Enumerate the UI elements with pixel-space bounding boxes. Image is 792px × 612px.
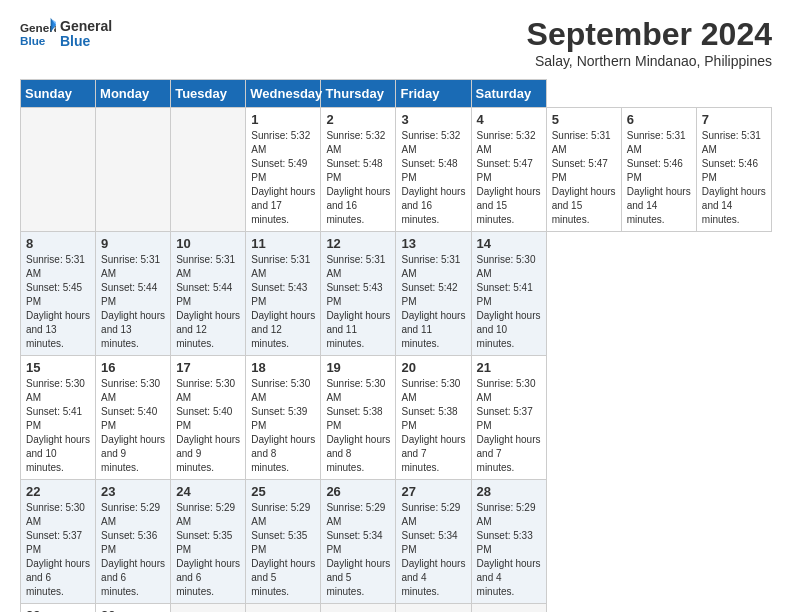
title-area: September 2024 Salay, Northern Mindanao,… (527, 16, 772, 69)
calendar-table: SundayMondayTuesdayWednesdayThursdayFrid… (20, 79, 772, 612)
day-info: Sunrise: 5:30 AMSunset: 5:38 PMDaylight … (326, 377, 390, 475)
day-number: 20 (401, 360, 465, 375)
day-cell-3: 3Sunrise: 5:32 AMSunset: 5:48 PMDaylight… (396, 108, 471, 232)
day-cell-29: 29Sunrise: 5:29 AMSunset: 5:32 PMDayligh… (21, 604, 96, 613)
day-info: Sunrise: 5:31 AMSunset: 5:43 PMDaylight … (326, 253, 390, 351)
day-number: 21 (477, 360, 541, 375)
day-number: 3 (401, 112, 465, 127)
empty-cell (171, 604, 246, 613)
day-number: 4 (477, 112, 541, 127)
day-info: Sunrise: 5:29 AMSunset: 5:34 PMDaylight … (326, 501, 390, 599)
day-cell-24: 24Sunrise: 5:29 AMSunset: 5:35 PMDayligh… (171, 480, 246, 604)
day-cell-9: 9Sunrise: 5:31 AMSunset: 5:44 PMDaylight… (96, 232, 171, 356)
day-number: 24 (176, 484, 240, 499)
day-info: Sunrise: 5:30 AMSunset: 5:38 PMDaylight … (401, 377, 465, 475)
day-info: Sunrise: 5:30 AMSunset: 5:37 PMDaylight … (26, 501, 90, 599)
day-cell-12: 12Sunrise: 5:31 AMSunset: 5:43 PMDayligh… (321, 232, 396, 356)
day-number: 27 (401, 484, 465, 499)
svg-text:Blue: Blue (20, 34, 46, 47)
day-number: 23 (101, 484, 165, 499)
day-number: 5 (552, 112, 616, 127)
logo-icon: General Blue (20, 16, 56, 52)
day-cell-8: 8Sunrise: 5:31 AMSunset: 5:45 PMDaylight… (21, 232, 96, 356)
day-number: 26 (326, 484, 390, 499)
empty-cell (321, 604, 396, 613)
empty-cell (471, 604, 546, 613)
logo-general: General (60, 19, 112, 34)
day-number: 15 (26, 360, 90, 375)
day-number: 12 (326, 236, 390, 251)
day-number: 6 (627, 112, 691, 127)
week-row-3: 15Sunrise: 5:30 AMSunset: 5:41 PMDayligh… (21, 356, 772, 480)
logo: General Blue General Blue (20, 16, 112, 52)
day-number: 16 (101, 360, 165, 375)
day-number: 7 (702, 112, 766, 127)
day-cell-23: 23Sunrise: 5:29 AMSunset: 5:36 PMDayligh… (96, 480, 171, 604)
day-info: Sunrise: 5:31 AMSunset: 5:44 PMDaylight … (176, 253, 240, 351)
day-number: 13 (401, 236, 465, 251)
day-number: 8 (26, 236, 90, 251)
day-cell-1: 1Sunrise: 5:32 AMSunset: 5:49 PMDaylight… (246, 108, 321, 232)
day-cell-5: 5Sunrise: 5:31 AMSunset: 5:47 PMDaylight… (546, 108, 621, 232)
day-cell-27: 27Sunrise: 5:29 AMSunset: 5:34 PMDayligh… (396, 480, 471, 604)
day-info: Sunrise: 5:29 AMSunset: 5:33 PMDaylight … (477, 501, 541, 599)
day-number: 28 (477, 484, 541, 499)
day-info: Sunrise: 5:29 AMSunset: 5:35 PMDaylight … (251, 501, 315, 599)
day-number: 9 (101, 236, 165, 251)
weekday-header-thursday: Thursday (321, 80, 396, 108)
day-number: 29 (26, 608, 90, 612)
day-info: Sunrise: 5:30 AMSunset: 5:40 PMDaylight … (101, 377, 165, 475)
day-info: Sunrise: 5:32 AMSunset: 5:48 PMDaylight … (401, 129, 465, 227)
day-cell-18: 18Sunrise: 5:30 AMSunset: 5:39 PMDayligh… (246, 356, 321, 480)
day-number: 1 (251, 112, 315, 127)
day-cell-28: 28Sunrise: 5:29 AMSunset: 5:33 PMDayligh… (471, 480, 546, 604)
weekday-header-wednesday: Wednesday (246, 80, 321, 108)
day-cell-22: 22Sunrise: 5:30 AMSunset: 5:37 PMDayligh… (21, 480, 96, 604)
day-number: 11 (251, 236, 315, 251)
day-cell-15: 15Sunrise: 5:30 AMSunset: 5:41 PMDayligh… (21, 356, 96, 480)
day-info: Sunrise: 5:30 AMSunset: 5:41 PMDaylight … (26, 377, 90, 475)
week-row-4: 22Sunrise: 5:30 AMSunset: 5:37 PMDayligh… (21, 480, 772, 604)
weekday-header-friday: Friday (396, 80, 471, 108)
day-number: 18 (251, 360, 315, 375)
day-info: Sunrise: 5:31 AMSunset: 5:47 PMDaylight … (552, 129, 616, 227)
day-cell-13: 13Sunrise: 5:31 AMSunset: 5:42 PMDayligh… (396, 232, 471, 356)
day-info: Sunrise: 5:30 AMSunset: 5:37 PMDaylight … (477, 377, 541, 475)
logo-blue: Blue (60, 34, 112, 49)
day-cell-26: 26Sunrise: 5:29 AMSunset: 5:34 PMDayligh… (321, 480, 396, 604)
day-cell-14: 14Sunrise: 5:30 AMSunset: 5:41 PMDayligh… (471, 232, 546, 356)
week-row-5: 29Sunrise: 5:29 AMSunset: 5:32 PMDayligh… (21, 604, 772, 613)
day-cell-17: 17Sunrise: 5:30 AMSunset: 5:40 PMDayligh… (171, 356, 246, 480)
day-cell-11: 11Sunrise: 5:31 AMSunset: 5:43 PMDayligh… (246, 232, 321, 356)
day-number: 2 (326, 112, 390, 127)
day-info: Sunrise: 5:31 AMSunset: 5:46 PMDaylight … (702, 129, 766, 227)
day-info: Sunrise: 5:29 AMSunset: 5:35 PMDaylight … (176, 501, 240, 599)
day-cell-16: 16Sunrise: 5:30 AMSunset: 5:40 PMDayligh… (96, 356, 171, 480)
day-number: 22 (26, 484, 90, 499)
location-title: Salay, Northern Mindanao, Philippines (527, 53, 772, 69)
day-cell-21: 21Sunrise: 5:30 AMSunset: 5:37 PMDayligh… (471, 356, 546, 480)
day-cell-6: 6Sunrise: 5:31 AMSunset: 5:46 PMDaylight… (621, 108, 696, 232)
empty-cell (96, 108, 171, 232)
day-cell-30: 30Sunrise: 5:29 AMSunset: 5:32 PMDayligh… (96, 604, 171, 613)
day-info: Sunrise: 5:30 AMSunset: 5:39 PMDaylight … (251, 377, 315, 475)
day-number: 19 (326, 360, 390, 375)
day-number: 30 (101, 608, 165, 612)
day-info: Sunrise: 5:31 AMSunset: 5:43 PMDaylight … (251, 253, 315, 351)
week-row-2: 8Sunrise: 5:31 AMSunset: 5:45 PMDaylight… (21, 232, 772, 356)
weekday-header-monday: Monday (96, 80, 171, 108)
day-info: Sunrise: 5:29 AMSunset: 5:34 PMDaylight … (401, 501, 465, 599)
day-info: Sunrise: 5:32 AMSunset: 5:49 PMDaylight … (251, 129, 315, 227)
day-info: Sunrise: 5:32 AMSunset: 5:48 PMDaylight … (326, 129, 390, 227)
header-row: SundayMondayTuesdayWednesdayThursdayFrid… (21, 80, 772, 108)
day-cell-25: 25Sunrise: 5:29 AMSunset: 5:35 PMDayligh… (246, 480, 321, 604)
day-cell-4: 4Sunrise: 5:32 AMSunset: 5:47 PMDaylight… (471, 108, 546, 232)
day-cell-19: 19Sunrise: 5:30 AMSunset: 5:38 PMDayligh… (321, 356, 396, 480)
day-number: 10 (176, 236, 240, 251)
day-info: Sunrise: 5:31 AMSunset: 5:42 PMDaylight … (401, 253, 465, 351)
empty-cell (171, 108, 246, 232)
day-number: 17 (176, 360, 240, 375)
day-cell-2: 2Sunrise: 5:32 AMSunset: 5:48 PMDaylight… (321, 108, 396, 232)
empty-cell (246, 604, 321, 613)
month-title: September 2024 (527, 16, 772, 53)
